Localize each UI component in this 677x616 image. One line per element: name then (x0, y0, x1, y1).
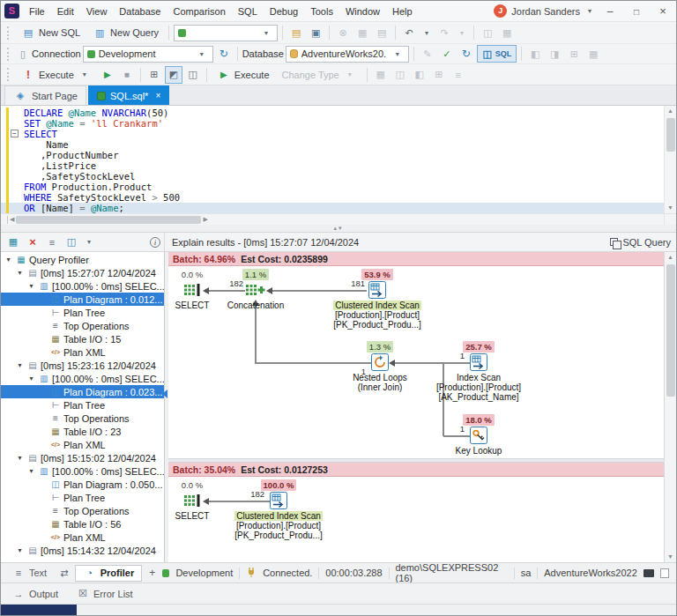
code-line[interactable]: OR [Name] = @Name; (1, 203, 664, 213)
user-menu-chevron-icon[interactable] (583, 4, 597, 19)
tree-item[interactable]: Plan Diagram : 0.023... (1, 385, 164, 398)
user-avatar-icon[interactable] (494, 4, 507, 18)
user-name[interactable]: Jordan Sanders (511, 6, 580, 17)
plan-grid-icon[interactable] (372, 66, 390, 84)
explain-layout-icon[interactable] (165, 66, 182, 84)
scroll-down-icon[interactable] (667, 203, 673, 213)
toolbar-grip[interactable] (7, 48, 11, 61)
editor-hscrollbar[interactable] (1, 213, 676, 225)
tab-text[interactable]: Text (4, 565, 54, 582)
expand-arrow-icon[interactable] (4, 256, 13, 263)
expand-arrow-icon[interactable] (15, 546, 25, 554)
tab-start-page[interactable]: Start Page (4, 85, 86, 105)
redo-icon[interactable] (435, 24, 453, 41)
query-builder-icon[interactable] (145, 66, 163, 84)
scroll-right-icon[interactable] (203, 214, 207, 225)
database-combo[interactable]: AdventureWorks20... (286, 46, 409, 63)
tree-item[interactable]: [0ms] 15:27:07 12/04/2024 (1, 266, 164, 279)
plan-layout-icon[interactable] (411, 66, 428, 84)
scroll-left-icon[interactable] (10, 214, 14, 225)
menu-help[interactable]: Help (386, 1, 419, 21)
menu-comparison[interactable]: Comparison (167, 1, 231, 21)
editor-vscrollbar[interactable] (664, 106, 676, 213)
navigate-forward-icon[interactable] (498, 24, 516, 41)
new-sql-button[interactable]: New SQL (16, 24, 86, 41)
list-view-icon[interactable] (43, 234, 61, 251)
validate-icon[interactable] (438, 45, 456, 63)
tab-sql-file[interactable]: SQL.sql* (88, 85, 169, 105)
edit-data-icon[interactable] (419, 45, 436, 63)
undo-icon[interactable] (400, 24, 418, 41)
editor-results-splitter[interactable] (1, 225, 676, 233)
expand-arrow-icon[interactable] (26, 282, 36, 290)
profiler-tree-view-icon[interactable] (4, 234, 22, 251)
code-line[interactable]: ,ProductNumber (1, 150, 664, 160)
change-type-dropdown[interactable]: Change Type (277, 66, 362, 84)
cut-icon[interactable] (334, 24, 352, 41)
paste-icon[interactable] (373, 24, 391, 41)
tree-item[interactable]: Table I/O : 15 (1, 332, 164, 345)
tree-item[interactable]: Plan XML (1, 531, 164, 544)
menu-view[interactable]: View (80, 1, 114, 21)
expand-arrow-icon[interactable] (15, 361, 25, 369)
close-button[interactable] (650, 1, 676, 22)
code-lines[interactable]: DECLARE @Name NVARCHAR(50)SET @Name = 'l… (1, 106, 664, 213)
menu-database[interactable]: Database (113, 1, 167, 21)
layout-left-icon[interactable] (526, 45, 544, 63)
results-grid-icon[interactable] (584, 45, 602, 63)
scroll-down-icon[interactable] (667, 552, 673, 562)
maximize-button[interactable] (623, 1, 650, 22)
tree-item[interactable]: Top Operations (1, 412, 164, 425)
code-line[interactable]: SELECT (1, 129, 664, 139)
chevron-down-icon[interactable] (82, 235, 96, 249)
menu-edit[interactable]: Edit (51, 1, 80, 21)
document-category-combo[interactable] (174, 25, 278, 41)
results-layout-icon[interactable] (184, 66, 202, 84)
code-line[interactable]: ,SafetyStockLevel (1, 171, 664, 182)
tree-item[interactable]: Plan XML (1, 345, 164, 359)
new-query-button[interactable]: New Query (87, 24, 164, 41)
undo-chevron-icon[interactable] (420, 26, 434, 40)
code-line[interactable]: DECLARE @Name NVARCHAR(50) (1, 108, 664, 118)
scroll-thumb[interactable] (666, 264, 675, 397)
connection-combo[interactable]: Development (83, 46, 213, 63)
plan-list-icon[interactable] (450, 66, 467, 84)
plan-node-concatenation[interactable]: 1.1 %Concatenation (203, 269, 309, 310)
tree-item[interactable]: Top Operations (1, 504, 164, 517)
tree-item[interactable]: Plan Diagram : 0.050... (1, 478, 164, 491)
tree-item[interactable]: Table I/O : 23 (1, 425, 164, 438)
expand-arrow-icon[interactable] (15, 454, 25, 462)
debug-start-icon[interactable] (99, 66, 116, 84)
tab-profiler[interactable]: Profiler (75, 565, 143, 582)
add-result-tab-button[interactable]: + (144, 565, 160, 582)
scroll-up-icon[interactable] (667, 252, 673, 263)
swap-results-icon[interactable] (56, 564, 72, 582)
expand-arrow-icon[interactable] (15, 269, 25, 277)
checkbox-icon[interactable] (660, 568, 669, 578)
code-line[interactable]: FROM Production.Product (1, 182, 664, 192)
refresh-icon[interactable] (458, 45, 475, 63)
tab-error-list[interactable]: Error List (67, 583, 142, 604)
toolbar-grip[interactable] (7, 68, 11, 81)
results-vscrollbar[interactable] (664, 252, 676, 562)
tree-item[interactable]: Plan Tree (1, 398, 164, 412)
menu-file[interactable]: File (23, 1, 51, 21)
code-line[interactable]: Name (1, 139, 664, 150)
toolbar-grip[interactable] (7, 26, 11, 40)
tree-item[interactable]: Top Operations (1, 319, 164, 332)
tree-item[interactable]: [100.00% : 0ms] SELEC... (1, 464, 164, 478)
tree-item[interactable]: Plan XML (1, 438, 164, 451)
layout-right-icon[interactable] (546, 45, 563, 63)
splitter-collapse-icon[interactable] (333, 225, 343, 232)
execute-plan-button[interactable]: Execute (212, 66, 275, 84)
copy-icon[interactable] (353, 24, 371, 41)
code-line[interactable]: WHERE SafetyStockLevel > 500 (1, 192, 664, 203)
tree-item[interactable]: Query Profiler (1, 253, 164, 266)
diagram-mode-icon[interactable] (63, 234, 80, 251)
tree-item[interactable]: [0ms] 15:15:02 12/04/2024 (1, 451, 164, 464)
execute-button[interactable]: Execute (16, 66, 97, 84)
close-tab-icon[interactable] (155, 91, 160, 100)
tree-item[interactable]: [0ms] 15:14:32 12/04/2024 (1, 544, 164, 557)
tree-item[interactable]: Plan Tree (1, 306, 164, 319)
open-file-icon[interactable] (287, 24, 305, 41)
